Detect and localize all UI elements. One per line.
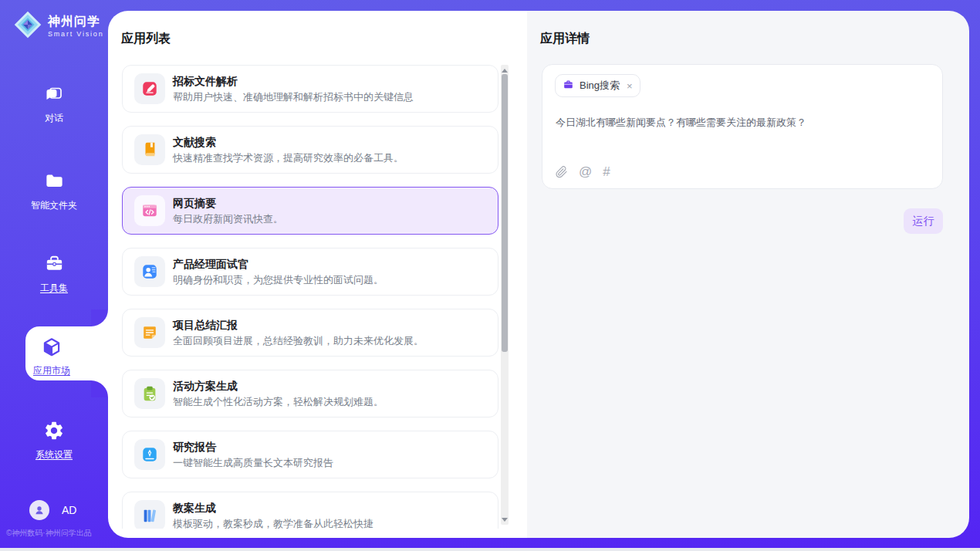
pen-square-icon	[134, 73, 165, 104]
folder-icon	[0, 171, 108, 194]
brand-name: 神州问学	[48, 15, 103, 29]
app-card-lesson-plan[interactable]: 教案生成 模板驱动，教案秒成，教学准备从此轻松快捷	[122, 492, 498, 529]
sidebar-item-label: 应用市场	[33, 365, 70, 376]
app-list-panel: 应用列表 招标文件解析 帮助用户快速、准确地理解和解析招标书中的关键信息 文献搜…	[108, 11, 527, 538]
app-card-name: 教案生成	[173, 502, 373, 513]
cube-icon	[25, 336, 78, 359]
app-card-name: 研究报告	[173, 441, 333, 452]
app-card-description: 一键智能生成高质量长文本研究报告	[173, 458, 333, 468]
app-card-description: 帮助用户快速、准确地理解和解析招标书中的关键信息	[173, 92, 414, 102]
close-icon[interactable]: ×	[627, 80, 633, 92]
copyright: ©神州数码·神州问学出品	[6, 528, 108, 539]
app-card-description: 明确身份和职责，为您提供专业性的面试问题。	[173, 275, 384, 285]
app-detail-panel: 应用详情 Bing搜索 × 今日湖北有哪些新闻要点？有哪些需要关注的最新政策？ …	[527, 11, 969, 538]
app-card-name: 产品经理面试官	[173, 259, 384, 269]
app-card-description: 智能生成个性化活动方案，轻松解决规划难题。	[173, 397, 384, 407]
sidebar-item-chat[interactable]: 对话	[0, 83, 108, 125]
gear-icon	[0, 420, 108, 443]
tab-curve-bottom	[91, 380, 108, 397]
scrollbar-thumb[interactable]	[502, 74, 508, 352]
app-card-description: 快速精准查找学术资源，提高研究效率的必备工具。	[173, 153, 404, 163]
person-icon	[29, 500, 49, 520]
ink-pen-icon	[134, 439, 165, 470]
attachment-icon[interactable]	[556, 166, 568, 178]
note-icon	[134, 317, 165, 348]
app-card-name: 项目总结汇报	[173, 319, 424, 330]
run-button[interactable]: 运行	[904, 208, 943, 234]
tool-tag[interactable]: Bing搜索 ×	[555, 74, 640, 97]
app-card-name: 招标文件解析	[173, 76, 414, 86]
web-code-icon	[134, 195, 165, 226]
tool-tag-label: Bing搜索	[580, 79, 620, 93]
app-card-literature-search[interactable]: 文献搜索 快速精准查找学术资源，提高研究效率的必备工具。	[122, 126, 498, 174]
sidebar-item-label: 工具集	[40, 282, 68, 293]
book-icon	[134, 134, 165, 165]
sidebar-item-label: 智能文件夹	[31, 200, 77, 211]
prompt-card: Bing搜索 × 今日湖北有哪些新闻要点？有哪些需要关注的最新政策？ @#	[542, 64, 943, 189]
app-card-description: 每日政府新闻资讯快查。	[173, 214, 283, 224]
app-card-project-summary[interactable]: 项目总结汇报 全面回顾项目进展，总结经验教训，助力未来优化发展。	[122, 309, 498, 357]
scroll-down-arrow[interactable]	[501, 515, 509, 524]
app-card-pm-interviewer[interactable]: 产品经理面试官 明确身份和职责，为您提供专业性的面试问题。	[122, 248, 498, 296]
list-scrollbar[interactable]	[501, 65, 509, 525]
briefcase-icon	[563, 79, 574, 93]
books-icon	[134, 500, 165, 529]
app-card-event-plan[interactable]: 活动方案生成 智能生成个性化活动方案，轻松解决规划难题。	[122, 370, 498, 417]
user-row[interactable]: AD	[29, 500, 76, 520]
brand-diamond-icon	[12, 9, 43, 43]
sidebar-item-label: 对话	[45, 113, 63, 123]
brand-tagline: Smart Vision	[48, 30, 103, 38]
input-toolbar: @#	[556, 165, 610, 178]
query-input[interactable]: 今日湖北有哪些新闻要点？有哪些需要关注的最新政策？	[556, 116, 930, 130]
app-list-title: 应用列表	[121, 31, 171, 47]
app-card-web-summary[interactable]: 网页摘要 每日政府新闻资讯快查。	[122, 187, 498, 235]
app-card-name: 活动方案生成	[173, 380, 384, 391]
mention-icon[interactable]: @	[579, 165, 592, 178]
brand-logo: 神州问学 Smart Vision	[12, 9, 103, 43]
chat-icon	[0, 83, 108, 106]
clipboard-check-icon	[134, 378, 165, 409]
app-card-bid-doc-analysis[interactable]: 招标文件解析 帮助用户快速、准确地理解和解析招标书中的关键信息	[122, 65, 498, 113]
sidebar-item-smart-folders[interactable]: 智能文件夹	[0, 171, 108, 212]
main-content: 应用列表 招标文件解析 帮助用户快速、准确地理解和解析招标书中的关键信息 文献搜…	[108, 11, 969, 538]
app-card-name: 文献搜索	[173, 137, 404, 147]
interviewer-icon	[134, 256, 165, 287]
app-cards: 招标文件解析 帮助用户快速、准确地理解和解析招标书中的关键信息 文献搜索 快速精…	[122, 65, 498, 529]
tab-curve-top	[91, 309, 108, 326]
sidebar-item-label: 系统设置	[35, 449, 73, 460]
app-detail-title: 应用详情	[540, 31, 590, 47]
sidebar-item-app-market[interactable]: 应用市场	[25, 326, 108, 380]
toolbox-icon	[0, 253, 108, 276]
sidebar-item-system-settings[interactable]: 系统设置	[0, 420, 108, 461]
sidebar: 神州问学 Smart Vision 对话 智能文件夹 工具集 应用市场 系统设置	[0, 0, 108, 548]
app-card-description: 模板驱动，教案秒成，教学准备从此轻松快捷	[173, 519, 373, 529]
user-name: AD	[62, 504, 76, 516]
sidebar-item-toolset[interactable]: 工具集	[0, 253, 108, 295]
app-card-name: 网页摘要	[173, 198, 283, 208]
app-card-description: 全面回顾项目进展，总结经验教训，助力未来优化发展。	[173, 336, 424, 346]
app-card-research-report[interactable]: 研究报告 一键智能生成高质量长文本研究报告	[122, 431, 498, 478]
hash-icon[interactable]: #	[603, 165, 610, 178]
